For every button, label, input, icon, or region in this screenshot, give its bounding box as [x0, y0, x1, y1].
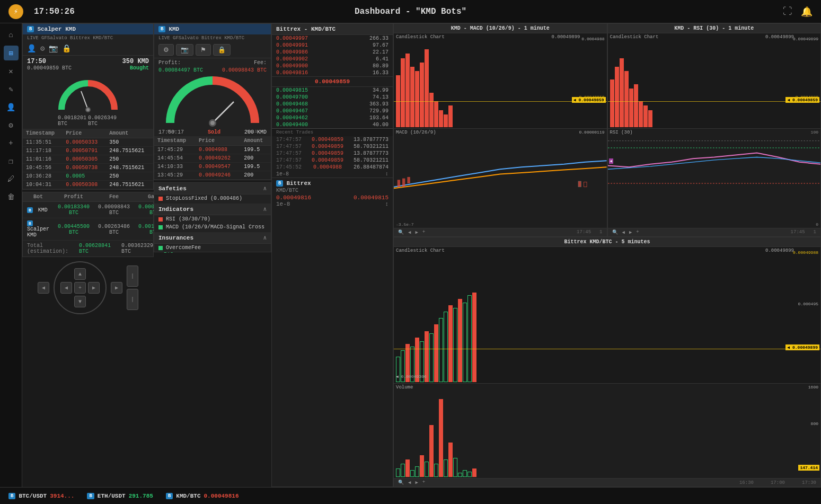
- nav-left[interactable]: ◀: [38, 282, 49, 294]
- vb-10: [439, 399, 443, 477]
- ask-row: 0.00049816 16.33: [272, 69, 393, 76]
- nav-cross-right[interactable]: ▶: [88, 282, 100, 294]
- arrow-left-rsi[interactable]: ◀: [622, 229, 625, 235]
- nav-down[interactable]: ▼: [74, 296, 86, 307]
- sidebar-home[interactable]: ⌂: [4, 28, 19, 42]
- fee-label: Fee:: [254, 60, 267, 66]
- kmd-col-amount: Amount: [241, 136, 271, 146]
- scalper-time: 17:50 0.00049859 BTC: [27, 58, 72, 71]
- bottombar: B BTC/USDT 3914... B ETH/USDT 291.785 B …: [0, 487, 821, 504]
- arrow-right-rsi[interactable]: ▶: [629, 229, 632, 235]
- nav-cross-left[interactable]: ◀: [60, 282, 72, 294]
- rsi-label: RSI (30): [610, 130, 633, 135]
- trade-amount: 58.70321211: [354, 157, 389, 163]
- scalper-actions: 👤 ⚙ 📷 🔒: [23, 42, 153, 56]
- sidebar-trash[interactable]: 🗑: [4, 190, 19, 205]
- nav-center[interactable]: +: [74, 282, 86, 294]
- notifications-icon[interactable]: 🔔: [801, 6, 813, 17]
- rsi-candle-3: [620, 58, 624, 128]
- ask-row: 0.00049997 266.33: [272, 35, 393, 42]
- sidebar-pen[interactable]: 🖊: [4, 172, 19, 187]
- time-label-bottom-3: 17:30: [802, 480, 816, 485]
- sidebar-copy[interactable]: ❐: [4, 154, 19, 169]
- summary-profit: 0.00183340 BTC: [54, 202, 94, 218]
- vb-1: [396, 468, 400, 477]
- time-label-macd-2: 1: [599, 229, 602, 235]
- time-label-bottom-2: 17:00: [771, 480, 785, 485]
- overcome-icon: [158, 246, 163, 250]
- nav-zoom-in[interactable]: |: [127, 266, 138, 287]
- bid-row: 0.00049700 74.13: [272, 94, 393, 101]
- candle-9: [434, 101, 438, 127]
- table-row: 11:17:18 0.00050791 248.7515621: [23, 147, 153, 155]
- svg-text:Sell: Sell: [247, 129, 257, 134]
- zoom-plus-rsi[interactable]: +: [636, 229, 639, 235]
- safeties-title: Safeties: [158, 185, 187, 192]
- sidebar-dashboard[interactable]: ⊞: [4, 46, 19, 60]
- kmd-trade-amount: 199.5: [241, 146, 271, 154]
- kmd-action-1[interactable]: ⚙: [158, 44, 174, 56]
- kmd-action-3[interactable]: ⚑: [196, 44, 211, 56]
- sidebar-edit[interactable]: ✎: [4, 82, 19, 96]
- trade-time: 11:35:51: [23, 138, 63, 147]
- topbar: ⚡ 17:50:26 Dashboard - "KMD Bots" ⛶ 🔔: [0, 0, 821, 23]
- trade-time: 17:47:57: [276, 157, 302, 163]
- tick-row: 1e-8↕: [272, 171, 393, 178]
- scalper-lock-icon[interactable]: 🔒: [62, 44, 71, 53]
- bid-price: 0.00049468: [276, 101, 308, 107]
- fee-value: 0.00098843 BTC: [222, 67, 267, 73]
- bottom-chart-footer: 🔍 ◀ ▶ + 16:30 17:00 17:30: [394, 478, 820, 487]
- kmd-action-4[interactable]: 🔒: [213, 44, 231, 56]
- time-label-rsi-2: 1: [814, 229, 816, 235]
- kmd-action-2[interactable]: 📷: [176, 44, 193, 56]
- scalper-camera-icon[interactable]: 📷: [49, 44, 58, 53]
- scalper-user-icon[interactable]: 👤: [27, 44, 36, 53]
- rsi-chart-header: KMD - RSI (30) - 1 minute: [608, 24, 821, 33]
- insurances-collapse[interactable]: ∧: [263, 234, 267, 241]
- bc-9: [434, 324, 438, 382]
- nav-right[interactable]: ▶: [111, 282, 122, 294]
- candle-3: [405, 54, 410, 127]
- nav-zoom-out[interactable]: |: [127, 289, 138, 310]
- trade-amount: 250: [106, 172, 153, 181]
- col-amount: Amount: [106, 129, 153, 138]
- zoom-minus-macd[interactable]: 🔍: [398, 229, 404, 235]
- svg-rect-12: [584, 182, 587, 187]
- ticker-item: B ETH/USDT 291.785: [87, 493, 153, 499]
- safeties-collapse[interactable]: ∧: [263, 185, 267, 192]
- topbar-actions: ⛶ 🔔: [783, 6, 813, 17]
- scalper-bot-icon: B: [27, 26, 34, 32]
- recent-trade-row: 17:47:57 0.00049859 58.70321211: [272, 157, 393, 164]
- mid-price: 0.00049859: [272, 76, 393, 87]
- kmd-trade-time: 13:45:29: [154, 171, 196, 180]
- indicators-collapse[interactable]: ∧: [263, 206, 267, 213]
- fullscreen-icon[interactable]: ⛶: [783, 6, 792, 17]
- sidebar-settings[interactable]: ⚙: [4, 118, 19, 132]
- trade-amount: 250: [106, 155, 153, 164]
- table-row: 10:45:56 0.00050738 248.7515621: [23, 164, 153, 172]
- nav-up[interactable]: ▲: [74, 268, 86, 280]
- macd-indicator-area: MACD (10/26/9) 0.00000119: [394, 129, 607, 227]
- trade-time: 17:47:57: [276, 151, 302, 156]
- rsi-icon: [158, 217, 163, 222]
- bid-row: 0.00049467 729.99: [272, 108, 393, 114]
- macd-price-high: 0.00049899: [551, 34, 580, 40]
- kmd-trade-price: 0.00049547: [196, 163, 241, 171]
- zoom-plus-bottom[interactable]: +: [422, 480, 425, 485]
- sidebar-close[interactable]: ✕: [4, 64, 19, 78]
- zoom-minus-rsi[interactable]: 🔍: [612, 229, 618, 235]
- stoploss-label: StopLossFixed (0.000486): [166, 196, 242, 201]
- arrow-left-bottom[interactable]: ◀: [408, 480, 411, 485]
- zoom-minus-bottom[interactable]: 🔍: [398, 480, 404, 485]
- rsi-100: 100: [811, 130, 818, 135]
- sidebar-user[interactable]: 👤: [4, 100, 19, 114]
- arrow-left-macd[interactable]: ◀: [408, 229, 411, 235]
- sidebar-add[interactable]: +: [4, 136, 19, 151]
- scalper-settings-icon[interactable]: ⚙: [40, 44, 45, 53]
- zoom-plus-macd[interactable]: +: [422, 229, 425, 235]
- profit-fee-labels: Profit: Fee:: [154, 58, 271, 67]
- arrow-right-macd[interactable]: ▶: [415, 229, 418, 235]
- arrow-right-bottom[interactable]: ▶: [415, 480, 418, 485]
- svg-text:Buy: Buy: [167, 129, 175, 134]
- rsi-price-high: 0.00049899: [765, 34, 794, 40]
